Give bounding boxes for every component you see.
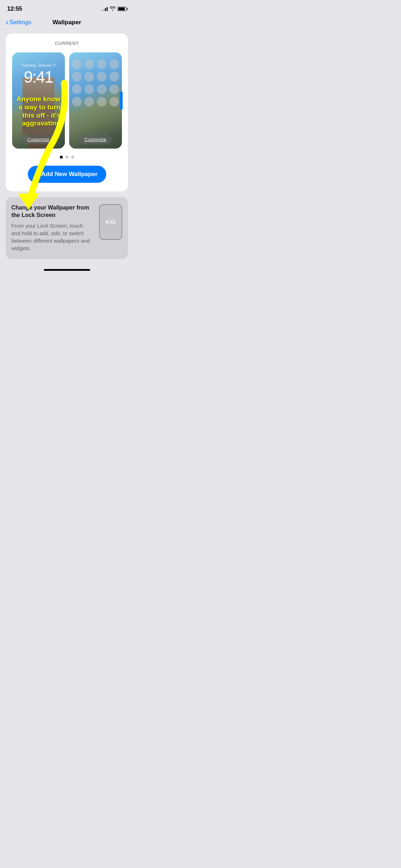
- lock-customize-button[interactable]: Customize: [22, 135, 55, 144]
- back-label: Settings: [9, 19, 31, 26]
- lock-screen-preview: Tuesday, January 9 9:41 Anyone know a wa…: [12, 52, 65, 149]
- dot-1: [60, 156, 63, 159]
- app-icon: [72, 72, 82, 82]
- app-icon: [84, 60, 94, 69]
- info-title: Change your Wallpaper from the Lock Scre…: [11, 204, 93, 219]
- side-tab: [120, 92, 123, 109]
- home-customize-button[interactable]: Customize: [79, 135, 112, 144]
- nav-bar: ‹ Settings Wallpaper: [0, 16, 134, 31]
- app-icon: [97, 72, 107, 82]
- home-screen-preview-wrapper[interactable]: Customize: [69, 52, 122, 149]
- info-card: Change your Wallpaper from the Lock Scre…: [6, 197, 128, 259]
- battery-icon: [118, 7, 127, 11]
- chevron-left-icon: ‹: [6, 19, 8, 26]
- status-icons: [101, 6, 127, 12]
- signal-icon: [101, 7, 108, 11]
- page-indicator: [11, 156, 122, 159]
- lock-screen-text: Anyone know a way to turn this off - it'…: [16, 95, 61, 128]
- app-icon: [84, 97, 94, 107]
- lock-date: Tuesday, January 9: [12, 63, 65, 67]
- status-bar: 12:55: [0, 0, 134, 16]
- app-icon: [97, 60, 107, 69]
- app-icon: [109, 60, 119, 69]
- lock-screen-content: Tuesday, January 9 9:41 Anyone know a wa…: [12, 52, 65, 149]
- home-screen-preview: Customize: [69, 52, 122, 149]
- home-indicator: [44, 269, 90, 271]
- app-icon: [109, 84, 119, 94]
- phone-mockup: 9:41: [99, 204, 122, 240]
- phone-mockup-time: 9:41: [106, 219, 115, 225]
- app-icon: [109, 72, 119, 82]
- app-icon: [84, 72, 94, 82]
- app-icon: [109, 97, 119, 107]
- wifi-icon: [110, 6, 115, 12]
- home-bar: [0, 266, 134, 275]
- section-label: CURRENT: [11, 41, 122, 46]
- lock-screen-preview-wrapper[interactable]: Tuesday, January 9 9:41 Anyone know a wa…: [12, 52, 65, 149]
- app-icon: [72, 60, 82, 69]
- info-text-content: Change your Wallpaper from the Lock Scre…: [11, 204, 93, 252]
- dot-3: [71, 156, 74, 159]
- app-icon: [72, 97, 82, 107]
- status-time: 12:55: [7, 5, 22, 12]
- dot-2: [66, 156, 68, 159]
- add-wallpaper-button[interactable]: + Add New Wallpaper: [28, 166, 106, 183]
- app-icon: [97, 97, 107, 107]
- app-icon: [72, 84, 82, 94]
- app-icon: [84, 84, 94, 94]
- app-icon: [97, 84, 107, 94]
- lock-time: 9:41: [12, 67, 65, 87]
- wallpaper-previews: Tuesday, January 9 9:41 Anyone know a wa…: [11, 52, 122, 149]
- home-icons-grid: [72, 60, 119, 107]
- info-description: From your Lock Screen, touch and hold to…: [11, 222, 93, 252]
- back-button[interactable]: ‹ Settings: [6, 19, 31, 26]
- page-title: Wallpaper: [52, 19, 81, 26]
- wallpaper-card: CURRENT Tuesday, January 9 9:41 Anyone k…: [6, 33, 128, 191]
